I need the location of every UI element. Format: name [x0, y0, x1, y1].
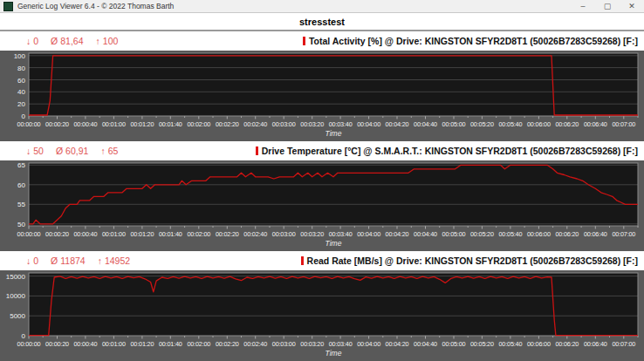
panel-title: Read Rate [MB/s] @ Drive: KINGSTON SFYR2… — [301, 255, 638, 266]
stat-avg: Ø 60,91 — [56, 146, 88, 156]
svg-text:00:04:40: 00:04:40 — [414, 120, 437, 128]
panel-title-text: Drive Temperature [°C] @ S.M.A.R.T.: KIN… — [262, 146, 638, 156]
svg-text:40: 40 — [17, 88, 25, 96]
window-title: Generic Log Viewer 6.4 - © 2022 Thomas B… — [17, 2, 571, 10]
svg-text:00:01:40: 00:01:40 — [159, 230, 182, 238]
stats-group: ↓ 0 Ø 11874 ↑ 14952 — [26, 255, 130, 266]
svg-text:60: 60 — [17, 77, 25, 85]
svg-text:00:05:00: 00:05:00 — [442, 340, 466, 348]
svg-text:15000: 15000 — [6, 273, 26, 281]
up-arrow-icon: ↑ — [98, 255, 102, 266]
svg-text:00:06:40: 00:06:40 — [584, 230, 607, 238]
stat-min-value: 0 — [33, 36, 38, 46]
up-arrow-icon: ↑ — [96, 36, 100, 46]
svg-text:00:05:20: 00:05:20 — [470, 230, 494, 238]
page-title: stresstest — [299, 17, 345, 27]
minimize-button[interactable]: – — [571, 0, 595, 13]
series-color-marker — [303, 37, 305, 45]
svg-text:Time: Time — [325, 129, 342, 138]
stat-max: ↑ 14952 — [98, 255, 130, 266]
activity-chart-area[interactable]: 02040608010000:00:0000:00:2000:00:4000:0… — [0, 51, 644, 141]
panel-read-rate: ↓ 0 Ø 11874 ↑ 14952 Read Rate [MB/s] @ D… — [0, 251, 644, 361]
svg-text:00:07:00: 00:07:00 — [612, 340, 635, 348]
svg-text:65: 65 — [17, 161, 25, 169]
stats-row: ↓ 0 Ø 11874 ↑ 14952 Read Rate [MB/s] @ D… — [0, 251, 644, 270]
stat-min: ↓ 0 — [26, 36, 38, 46]
svg-text:00:01:40: 00:01:40 — [159, 120, 182, 128]
svg-text:00:05:20: 00:05:20 — [470, 120, 494, 128]
svg-text:00:04:20: 00:04:20 — [386, 230, 409, 238]
svg-text:60: 60 — [17, 181, 25, 189]
svg-text:00:02:40: 00:02:40 — [243, 340, 267, 348]
svg-text:00:01:20: 00:01:20 — [130, 230, 154, 238]
svg-text:00:02:40: 00:02:40 — [243, 230, 267, 238]
stat-avg: Ø 11874 — [51, 255, 86, 266]
svg-text:00:00:40: 00:00:40 — [73, 230, 97, 238]
svg-text:00:02:00: 00:02:00 — [187, 340, 210, 348]
svg-text:0: 0 — [22, 332, 26, 340]
average-icon: Ø — [51, 255, 58, 266]
read-rate-chart[interactable]: 05000100001500000:00:0000:00:2000:00:400… — [0, 270, 644, 361]
svg-text:00:05:40: 00:05:40 — [498, 340, 522, 348]
svg-text:00:04:00: 00:04:00 — [357, 120, 380, 128]
svg-text:00:04:00: 00:04:00 — [357, 230, 380, 238]
svg-text:00:06:00: 00:06:00 — [527, 230, 551, 238]
panel-title: Drive Temperature [°C] @ S.M.A.R.T.: KIN… — [256, 146, 638, 156]
svg-text:00:00:00: 00:00:00 — [17, 230, 41, 238]
app-icon — [3, 2, 13, 11]
svg-text:00:01:40: 00:01:40 — [159, 340, 182, 348]
panel-title-text: Total Activity [%] @ Drive: KINGSTON SFY… — [309, 36, 638, 46]
svg-text:00:03:20: 00:03:20 — [300, 230, 324, 238]
svg-text:00:06:40: 00:06:40 — [584, 120, 607, 128]
svg-text:00:03:40: 00:03:40 — [329, 230, 353, 238]
stat-max-value: 100 — [103, 36, 119, 46]
stats-row: ↓ 0 Ø 81,64 ↑ 100 Total Activity [%] @ D… — [0, 31, 644, 51]
svg-text:20: 20 — [17, 100, 25, 108]
svg-text:00:00:00: 00:00:00 — [17, 340, 41, 348]
svg-text:80: 80 — [17, 65, 25, 72]
svg-text:00:02:00: 00:02:00 — [187, 230, 210, 238]
stat-max-value: 14952 — [105, 255, 130, 266]
panel-drive-temperature: ↓ 50 Ø 60,91 ↑ 65 Drive Temperature [°C]… — [0, 141, 644, 251]
svg-text:00:05:00: 00:05:00 — [442, 120, 466, 128]
stats-group: ↓ 0 Ø 81,64 ↑ 100 — [26, 36, 118, 46]
panel-title: Total Activity [%] @ Drive: KINGSTON SFY… — [303, 36, 638, 46]
svg-text:00:06:00: 00:06:00 — [527, 340, 551, 348]
close-button[interactable]: ✕ — [620, 0, 644, 13]
svg-text:00:01:00: 00:01:00 — [102, 340, 126, 348]
series-color-marker — [256, 146, 258, 155]
svg-text:00:05:40: 00:05:40 — [498, 120, 522, 128]
svg-text:0: 0 — [22, 112, 26, 120]
svg-text:00:03:00: 00:03:00 — [272, 120, 296, 128]
svg-text:00:03:20: 00:03:20 — [300, 340, 324, 348]
svg-text:00:04:00: 00:04:00 — [357, 340, 380, 348]
panel-title-text: Read Rate [MB/s] @ Drive: KINGSTON SFYR2… — [307, 255, 638, 266]
svg-text:00:03:40: 00:03:40 — [329, 120, 353, 128]
temperature-chart-area[interactable]: 5055606500:00:0000:00:2000:00:4000:01:00… — [0, 160, 644, 251]
stat-min: ↓ 50 — [26, 146, 44, 156]
svg-text:00:05:40: 00:05:40 — [498, 230, 522, 238]
stat-max-value: 65 — [108, 146, 119, 156]
activity-chart[interactable]: 02040608010000:00:0000:00:2000:00:4000:0… — [0, 51, 644, 141]
temperature-chart[interactable]: 5055606500:00:0000:00:2000:00:4000:01:00… — [0, 160, 644, 251]
read-rate-chart-area[interactable]: 05000100001500000:00:0000:00:2000:00:400… — [0, 270, 644, 361]
svg-text:00:00:40: 00:00:40 — [73, 120, 97, 128]
stats-group: ↓ 50 Ø 60,91 ↑ 65 — [26, 146, 118, 156]
svg-text:55: 55 — [17, 201, 25, 208]
stat-avg-value: 11874 — [60, 255, 85, 266]
svg-text:5000: 5000 — [10, 312, 25, 320]
svg-text:00:04:20: 00:04:20 — [386, 120, 409, 128]
svg-text:00:00:20: 00:00:20 — [45, 120, 69, 128]
average-icon: Ø — [56, 146, 63, 156]
svg-text:00:05:20: 00:05:20 — [470, 340, 494, 348]
svg-text:00:01:00: 00:01:00 — [102, 230, 126, 238]
down-arrow-icon: ↓ — [26, 146, 31, 156]
svg-text:00:01:20: 00:01:20 — [130, 340, 154, 348]
maximize-button[interactable]: ▢ — [595, 0, 620, 13]
svg-text:00:06:40: 00:06:40 — [584, 340, 607, 348]
svg-text:00:00:00: 00:00:00 — [17, 120, 41, 128]
stat-min-value: 50 — [33, 146, 44, 156]
svg-text:00:02:00: 00:02:00 — [187, 120, 210, 128]
svg-text:Time: Time — [325, 349, 342, 358]
stat-max: ↑ 100 — [96, 36, 119, 46]
